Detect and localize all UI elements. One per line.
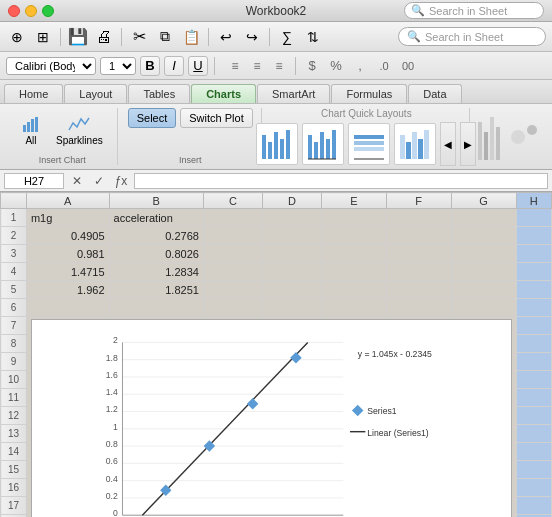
cell-f2[interactable]	[386, 227, 451, 245]
underline-button[interactable]: U	[188, 56, 208, 76]
maximize-button[interactable]	[42, 5, 54, 17]
decimal-down-button[interactable]: 00	[398, 56, 418, 76]
style-thumb-1[interactable]	[476, 112, 506, 162]
cell-reference[interactable]: H27	[4, 173, 64, 189]
cell-a3[interactable]: 0.981	[26, 245, 109, 263]
cell-a4[interactable]: 1.4715	[26, 263, 109, 281]
save-icon[interactable]: 💾	[67, 26, 89, 48]
scroll-area[interactable]: A B C D E F G H 1 m1g acceleration	[0, 192, 552, 517]
cell-d6[interactable]	[262, 299, 321, 317]
tab-formulas[interactable]: Formulas	[331, 84, 407, 103]
formula-icon[interactable]: ∑	[276, 26, 298, 48]
layouts-prev-button[interactable]: ◀	[440, 122, 456, 166]
cell-h3[interactable]	[516, 245, 551, 263]
sort-icon[interactable]: ⇅	[302, 26, 324, 48]
cell-h7[interactable]	[516, 317, 551, 335]
layout-4-thumb[interactable]	[394, 123, 436, 165]
print-icon[interactable]: 🖨	[93, 26, 115, 48]
formula-cancel-button[interactable]: ✕	[68, 172, 86, 190]
cell-d3[interactable]	[262, 245, 321, 263]
tab-data[interactable]: Data	[408, 84, 461, 103]
copy-icon[interactable]: ⧉	[154, 26, 176, 48]
cell-e3[interactable]	[321, 245, 386, 263]
cell-b6[interactable]	[109, 299, 203, 317]
cell-b1[interactable]: acceleration	[109, 209, 203, 227]
decimal-up-button[interactable]: .0	[374, 56, 394, 76]
cell-b3[interactable]: 0.8026	[109, 245, 203, 263]
percent-button[interactable]: %	[326, 56, 346, 76]
cell-h1[interactable]	[516, 209, 551, 227]
col-header-b[interactable]: B	[109, 193, 203, 209]
cell-g4[interactable]	[451, 263, 516, 281]
cell-g6[interactable]	[451, 299, 516, 317]
cell-a5[interactable]: 1.962	[26, 281, 109, 299]
cell-h17[interactable]	[516, 497, 551, 515]
cell-d4[interactable]	[262, 263, 321, 281]
cut-icon[interactable]: ✂	[128, 26, 150, 48]
cell-h10[interactable]	[516, 371, 551, 389]
sparklines-button[interactable]: Sparklines	[50, 112, 109, 149]
cell-c2[interactable]	[203, 227, 262, 245]
cell-f6[interactable]	[386, 299, 451, 317]
tab-tables[interactable]: Tables	[128, 84, 190, 103]
paste-icon[interactable]: 📋	[180, 26, 202, 48]
cell-c1[interactable]	[203, 209, 262, 227]
cell-h14[interactable]	[516, 443, 551, 461]
formula-input[interactable]	[134, 173, 548, 189]
style-thumb-2[interactable]	[510, 112, 540, 162]
align-center-button[interactable]: ≡	[247, 56, 267, 76]
cell-a2[interactable]: 0.4905	[26, 227, 109, 245]
cell-d5[interactable]	[262, 281, 321, 299]
cell-h6[interactable]	[516, 299, 551, 317]
cell-b4[interactable]: 1.2834	[109, 263, 203, 281]
cell-d2[interactable]	[262, 227, 321, 245]
col-header-c[interactable]: C	[203, 193, 262, 209]
col-header-d[interactable]: D	[262, 193, 321, 209]
cell-g5[interactable]	[451, 281, 516, 299]
cell-b2[interactable]: 0.2768	[109, 227, 203, 245]
tab-home[interactable]: Home	[4, 84, 63, 103]
layout-3-thumb[interactable]	[348, 123, 390, 165]
cell-c4[interactable]	[203, 263, 262, 281]
cell-c5[interactable]	[203, 281, 262, 299]
font-family-select[interactable]: Calibri (Body)	[6, 57, 96, 75]
col-header-g[interactable]: G	[451, 193, 516, 209]
col-header-h[interactable]: H	[516, 193, 551, 209]
all-charts-button[interactable]: All	[16, 112, 46, 149]
cell-g1[interactable]	[451, 209, 516, 227]
cell-f3[interactable]	[386, 245, 451, 263]
formula-function-button[interactable]: ƒx	[112, 172, 130, 190]
tab-smartart[interactable]: SmartArt	[257, 84, 330, 103]
cell-h2[interactable]	[516, 227, 551, 245]
search-sheet-box[interactable]: 🔍 Search in Sheet	[404, 2, 544, 19]
cell-f1[interactable]	[386, 209, 451, 227]
chart-container[interactable]: 0 0.2 0.4 0.6 0.8 1 1.2 1.4 1.6 1.8 2	[31, 319, 512, 517]
cell-e5[interactable]	[321, 281, 386, 299]
cell-h16[interactable]	[516, 479, 551, 497]
italic-button[interactable]: I	[164, 56, 184, 76]
layout-2-thumb[interactable]	[302, 123, 344, 165]
cell-g3[interactable]	[451, 245, 516, 263]
comma-button[interactable]: ,	[350, 56, 370, 76]
col-header-e[interactable]: E	[321, 193, 386, 209]
cell-h13[interactable]	[516, 425, 551, 443]
align-right-button[interactable]: ≡	[269, 56, 289, 76]
cell-b5[interactable]: 1.8251	[109, 281, 203, 299]
cell-c3[interactable]	[203, 245, 262, 263]
cell-c6[interactable]	[203, 299, 262, 317]
cell-a1[interactable]: m1g	[26, 209, 109, 227]
search-sheet-toolbar[interactable]: 🔍 Search in Sheet	[398, 27, 546, 46]
cell-a6[interactable]	[26, 299, 109, 317]
grid-icon[interactable]: ⊞	[32, 26, 54, 48]
col-header-f[interactable]: F	[386, 193, 451, 209]
layout-1-thumb[interactable]	[256, 123, 298, 165]
undo-icon[interactable]: ↩	[215, 26, 237, 48]
cell-h4[interactable]	[516, 263, 551, 281]
cell-e2[interactable]	[321, 227, 386, 245]
cell-h8[interactable]	[516, 335, 551, 353]
chart-cell[interactable]: 0 0.2 0.4 0.6 0.8 1 1.2 1.4 1.6 1.8 2	[26, 317, 516, 518]
align-left-button[interactable]: ≡	[225, 56, 245, 76]
cell-h12[interactable]	[516, 407, 551, 425]
font-size-select[interactable]: 12	[100, 57, 136, 75]
tab-charts[interactable]: Charts	[191, 84, 256, 103]
